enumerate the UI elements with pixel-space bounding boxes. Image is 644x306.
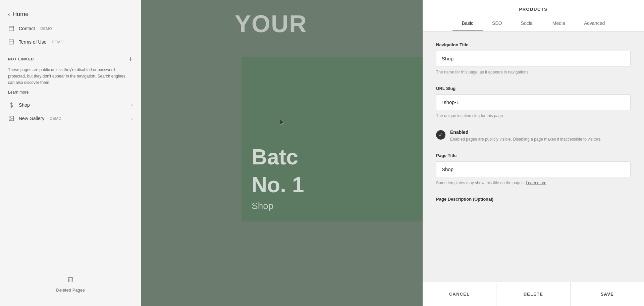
dollar-icon	[8, 102, 15, 108]
modal-title: PRODUCTS	[423, 7, 644, 16]
home-nav-item[interactable]: ‹ Home	[0, 7, 141, 22]
not-linked-title: NOT LINKED	[8, 57, 34, 61]
enabled-hint: Enabled pages are publicly visible. Disa…	[450, 136, 601, 142]
navigation-title-label: Navigation Title	[436, 42, 631, 47]
deleted-pages-label: Deleted Pages	[56, 288, 85, 293]
page-title-input[interactable]	[436, 161, 631, 177]
tab-advanced[interactable]: Advanced	[575, 16, 614, 31]
page-icon	[8, 25, 15, 32]
gallery-demo-badge: DEMO	[50, 116, 61, 120]
page-title-label: Page Title	[436, 153, 631, 158]
svg-rect-2	[9, 40, 14, 44]
navigation-title-input[interactable]	[436, 51, 631, 66]
page-title-hint: Some templates may show this title on th…	[436, 180, 631, 186]
shop-label: Shop	[19, 102, 30, 108]
url-slug-value: shop-1	[444, 99, 459, 105]
deleted-pages-section[interactable]: Deleted Pages	[0, 276, 141, 293]
svg-point-6	[10, 117, 11, 118]
contact-label: Contact	[19, 26, 35, 31]
url-slug-group: URL Slug / shop-1 The unique location sl…	[436, 86, 631, 119]
add-page-button[interactable]: +	[128, 55, 133, 63]
back-arrow-icon: ‹	[8, 11, 10, 17]
url-slug-input-container[interactable]: / shop-1	[436, 94, 631, 110]
navigation-title-group: Navigation Title The name for this page,…	[436, 42, 631, 75]
not-linked-learn-more[interactable]: Learn more	[8, 90, 29, 95]
terms-demo-badge: DEMO	[52, 40, 63, 44]
gallery-nav-item[interactable]: New Gallery DEMO ›	[0, 112, 141, 125]
tab-basic[interactable]: Basic	[452, 16, 483, 31]
modal-body: Navigation Title The name for this page,…	[423, 32, 644, 282]
check-icon: ✓	[439, 132, 443, 138]
enabled-label: Enabled	[450, 130, 601, 135]
page-description-group: Page Description (Optional)	[436, 197, 631, 202]
save-button[interactable]: SAVE	[571, 282, 644, 306]
shop-chevron-icon: ›	[131, 102, 133, 108]
delete-button[interactable]: DELETE	[496, 282, 570, 306]
navigation-title-hint: The name for this page, as it appears in…	[436, 69, 631, 75]
url-slug-label: URL Slug	[436, 86, 631, 91]
home-label: Home	[12, 11, 29, 18]
not-linked-description: These pages are public unless they're di…	[8, 67, 133, 86]
url-slug-prefix: /	[442, 99, 443, 105]
shop-nav-item[interactable]: Shop ›	[0, 98, 141, 112]
not-linked-section: NOT LINKED + These pages are public unle…	[0, 49, 141, 98]
modal-panel: PRODUCTS Basic SEO Social Media Advanced…	[423, 0, 644, 306]
enabled-checkbox[interactable]: ✓	[436, 130, 445, 140]
preview-title: YOUR	[235, 10, 307, 38]
page-title-group: Page Title Some templates may show this …	[436, 153, 631, 186]
image-icon	[8, 115, 15, 122]
gallery-chevron-icon: ›	[131, 116, 133, 121]
tab-social[interactable]: Social	[512, 16, 543, 31]
page-description-label: Page Description (Optional)	[436, 197, 631, 202]
enabled-group: ✓ Enabled Enabled pages are publicly vis…	[436, 130, 631, 142]
page-preview: YOUR Batc No. 1 Shop	[141, 0, 429, 306]
cancel-button[interactable]: CANCEL	[423, 282, 496, 306]
preview-card: Batc No. 1 Shop	[241, 57, 429, 221]
trash-icon	[67, 276, 74, 285]
page-icon-2	[8, 39, 15, 45]
tab-seo[interactable]: SEO	[483, 16, 512, 31]
svg-rect-0	[9, 26, 14, 31]
contact-nav-item[interactable]: Contact DEMO	[0, 22, 141, 35]
gallery-label: New Gallery	[19, 116, 44, 121]
terms-label: Terms of Use	[19, 39, 46, 45]
sidebar: ‹ Home Contact DEMO Terms of Use DEMO NO…	[0, 0, 141, 306]
modal-header: PRODUCTS Basic SEO Social Media Advanced	[423, 0, 644, 32]
terms-nav-item[interactable]: Terms of Use DEMO	[0, 35, 141, 49]
page-title-learn-more[interactable]: Learn more	[526, 181, 546, 185]
modal-footer: CANCEL DELETE SAVE	[423, 282, 644, 306]
preview-no-text: No. 1	[252, 173, 419, 197]
modal-tabs: Basic SEO Social Media Advanced	[423, 16, 644, 31]
preview-shop-text: Shop	[252, 201, 419, 211]
url-slug-hint: The unique location slug for this page.	[436, 113, 631, 119]
preview-batch-text: Batc	[252, 145, 419, 169]
contact-demo-badge: DEMO	[40, 27, 52, 31]
tab-media[interactable]: Media	[543, 16, 575, 31]
